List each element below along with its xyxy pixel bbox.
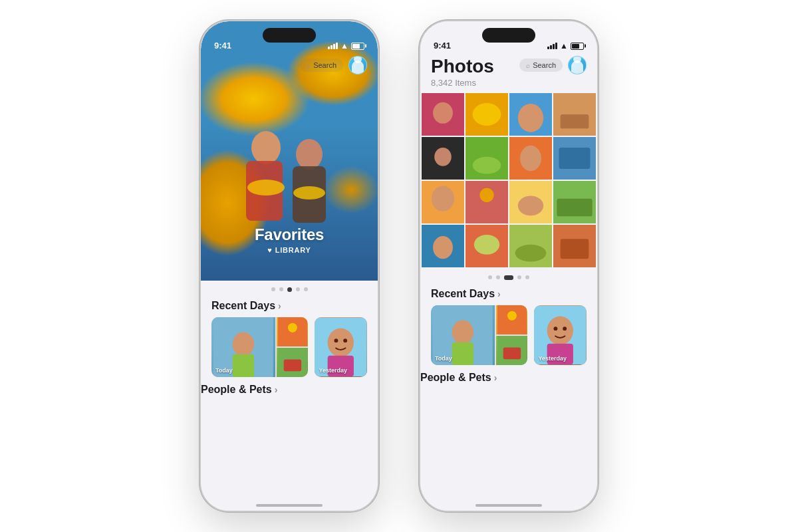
right-wifi-icon: ▲ (560, 41, 568, 51)
svg-point-15 (334, 338, 338, 342)
svg-point-19 (433, 102, 453, 124)
right-nav-dot-5[interactable] (525, 275, 529, 279)
right-top-bar: ⌕ Search (519, 56, 587, 74)
right-screen: 9:41 ▲ Photos 8,342 Items (420, 21, 597, 511)
favorites-title: Favorites (201, 225, 378, 244)
right-nav-dot-active[interactable] (504, 275, 513, 280)
right-signal-icon (547, 43, 557, 49)
people-pets-title[interactable]: People & Pets › (201, 384, 378, 396)
svg-point-5 (293, 186, 325, 200)
svg-rect-12 (283, 360, 301, 372)
right-battery-icon (571, 43, 584, 50)
right-recent-days-row: Today Yesterday (420, 305, 597, 365)
right-status-icons: ▲ (547, 41, 584, 51)
grid-photo-10[interactable] (466, 181, 508, 223)
right-status-time: 9:41 (434, 41, 451, 51)
svg-point-4 (247, 180, 285, 196)
right-recent-days-header: Recent Days › (420, 285, 597, 305)
right-people-chevron-icon: › (494, 372, 497, 383)
grid-photo-12[interactable] (553, 181, 596, 223)
svg-point-59 (554, 327, 558, 331)
today-sub-photo-1 (277, 317, 309, 346)
grid-photo-14[interactable] (466, 225, 508, 267)
left-top-bar: ⌕ Search (300, 56, 367, 74)
svg-point-27 (434, 148, 452, 166)
nav-dot-5[interactable] (304, 287, 308, 291)
right-today-thumb[interactable]: Today (431, 305, 527, 365)
svg-point-2 (296, 139, 323, 170)
grid-photo-8[interactable] (553, 137, 596, 180)
right-people-pets-header: People & Pets › (420, 365, 597, 384)
grid-photo-16[interactable] (553, 225, 596, 267)
grid-photo-15[interactable] (509, 225, 552, 267)
grid-photo-13[interactable] (422, 225, 464, 267)
svg-point-43 (433, 236, 453, 259)
left-phone: 9:41 ▲ ⌕ Search (200, 20, 379, 512)
grid-photo-4[interactable] (553, 93, 596, 136)
svg-point-60 (563, 327, 567, 331)
nav-dots-left (201, 281, 378, 297)
nav-dots-right (420, 269, 597, 285)
home-indicator-right[interactable] (475, 504, 542, 507)
nav-dot-2[interactable] (279, 287, 283, 291)
left-status-time: 9:41 (214, 41, 231, 51)
people-pets-header: People & Pets › (201, 377, 378, 396)
right-people-pets-title[interactable]: People & Pets › (420, 372, 597, 384)
grid-photo-5[interactable] (422, 137, 464, 180)
svg-rect-33 (559, 148, 591, 169)
avatar[interactable] (348, 56, 367, 74)
search-icon: ⌕ (307, 62, 311, 69)
right-yesterday-thumb[interactable]: Yesterday (534, 305, 587, 365)
search-button[interactable]: ⌕ Search (300, 59, 343, 72)
right-search-button[interactable]: ⌕ Search (519, 59, 563, 72)
right-nav-dot-2[interactable] (496, 275, 500, 279)
svg-point-45 (474, 235, 499, 255)
photo-grid (420, 92, 597, 269)
svg-point-51 (452, 321, 473, 344)
nav-dot-1[interactable] (271, 287, 275, 291)
svg-rect-8 (233, 354, 254, 377)
svg-point-58 (547, 317, 573, 345)
svg-point-0 (251, 131, 281, 164)
svg-rect-56 (503, 348, 520, 360)
nav-dot-3[interactable] (287, 287, 292, 292)
right-today-label: Today (435, 355, 452, 362)
grid-photo-11[interactable] (509, 181, 552, 223)
svg-point-29 (473, 157, 501, 174)
battery-icon (351, 43, 364, 50)
favorites-subtitle: ♥ LIBRARY (201, 246, 378, 254)
svg-rect-52 (452, 342, 473, 365)
svg-point-10 (287, 323, 297, 332)
right-recent-days-title[interactable]: Recent Days › (431, 288, 587, 300)
right-phone: 9:41 ▲ Photos 8,342 Items (419, 20, 598, 512)
right-today-sub-photo-2 (496, 336, 528, 365)
right-dynamic-island (482, 28, 535, 43)
grid-photo-2[interactable] (466, 93, 508, 136)
svg-point-47 (515, 245, 547, 262)
svg-point-54 (507, 311, 516, 321)
grid-photo-3[interactable] (509, 93, 552, 136)
dynamic-island (263, 28, 316, 43)
today-label: Today (215, 367, 233, 374)
search-label: Search (313, 61, 336, 69)
grid-photo-9[interactable] (422, 181, 464, 223)
svg-point-16 (344, 338, 348, 342)
right-avatar[interactable] (568, 56, 587, 74)
today-sub-photo-2 (277, 348, 309, 377)
svg-point-35 (432, 186, 454, 211)
right-nav-dot-1[interactable] (488, 275, 492, 279)
home-indicator-left[interactable] (256, 504, 323, 507)
recent-days-row: Today Yesterday (201, 317, 378, 377)
people-chevron-icon: › (275, 384, 278, 395)
nav-dot-4[interactable] (296, 287, 300, 291)
svg-rect-25 (561, 114, 589, 128)
today-thumb[interactable]: Today (211, 317, 308, 377)
right-nav-dot-4[interactable] (517, 275, 521, 279)
yesterday-thumb[interactable]: Yesterday (315, 317, 367, 377)
right-search-icon: ⌕ (526, 62, 530, 69)
grid-photo-1[interactable] (422, 93, 464, 136)
recent-days-title[interactable]: Recent Days › (211, 300, 367, 312)
svg-point-37 (479, 188, 493, 202)
grid-photo-6[interactable] (466, 137, 508, 180)
grid-photo-7[interactable] (509, 137, 552, 180)
